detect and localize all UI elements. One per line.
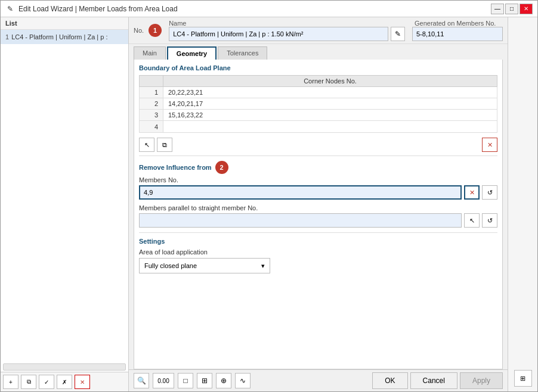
ok-button[interactable]: OK xyxy=(372,372,407,389)
settings-title: Settings xyxy=(139,238,497,245)
main-content: List 1 LC4 - Platform | Uniform | Za | p… xyxy=(1,17,537,391)
no-badge: 1 xyxy=(149,24,162,37)
generated-input[interactable] xyxy=(412,27,503,41)
list-item-num: 1 xyxy=(5,33,9,41)
row-val-4 xyxy=(163,121,497,133)
settings-section: Settings Area of load application Fully … xyxy=(139,238,497,273)
parallel-label: Members parallel to straight member No. xyxy=(139,204,497,211)
name-edit-button[interactable]: ✎ xyxy=(391,27,405,41)
generated-section: Generated on Members No. xyxy=(407,17,508,43)
remove-icon-button[interactable]: ✕ xyxy=(482,138,497,152)
remove-title: Remove Influence from 2 xyxy=(139,161,497,174)
tab-tolerances[interactable]: Tolerances xyxy=(218,46,267,60)
app-icon: ✎ xyxy=(5,4,15,14)
left-scroll-area xyxy=(1,44,128,362)
tab-geometry[interactable]: Geometry xyxy=(167,46,217,60)
maximize-button[interactable]: □ xyxy=(505,4,518,14)
area-label: Area of load application xyxy=(139,248,497,256)
row-num-2: 2 xyxy=(140,98,163,110)
bottom-toolbar: 🔍 0.00 □ ⊞ ⊕ ∿ OK Cancel Apply xyxy=(129,369,508,391)
row-val-2: 14,20,21,17 xyxy=(163,98,497,110)
members-input[interactable] xyxy=(139,185,462,200)
zoom-icon-button[interactable]: 🔍 xyxy=(134,373,149,388)
title-bar-left: ✎ Edit Load Wizard | Member Loads from A… xyxy=(5,4,178,14)
no-section: No. 1 xyxy=(129,17,166,43)
generated-label: Generated on Members No. xyxy=(412,20,503,27)
wave-icon-button[interactable]: ∿ xyxy=(235,373,251,388)
chevron-down-icon: ▾ xyxy=(261,262,265,270)
dropdown-value: Fully closed plane xyxy=(144,262,197,269)
table-row: 1 20,22,23,21 xyxy=(140,87,497,98)
tab-main[interactable]: Main xyxy=(134,46,166,60)
col-corner-header: Corner Nodes No. xyxy=(163,76,497,87)
cancel-button[interactable]: Cancel xyxy=(410,372,457,389)
right-panel: No. 1 Name ✎ Generated on Members No. xyxy=(129,17,508,391)
tabs-area: Main Geometry Tolerances xyxy=(129,44,508,60)
parallel-input[interactable] xyxy=(139,213,462,228)
remove-section: Remove Influence from 2 Members No. ✕ ↺ … xyxy=(139,161,497,228)
value-display[interactable]: 0.00 xyxy=(153,373,174,388)
grid-icon-button[interactable]: ⊞ xyxy=(197,373,212,388)
parallel-input-row: ↖ ↺ xyxy=(139,213,497,228)
cursor-icon-button[interactable]: ↖ xyxy=(139,138,154,152)
panel-body: Boundary of Area Load Plane Corner Nodes… xyxy=(134,60,503,369)
main-window: ✎ Edit Load Wizard | Member Loads from A… xyxy=(0,0,538,392)
table-row: 4 xyxy=(140,121,497,133)
name-section: Name ✎ xyxy=(166,17,407,43)
boundary-table: Corner Nodes No. 1 20,22,23,21 2 14,20,2… xyxy=(139,75,497,133)
icon-row: ↖ ⧉ ✕ xyxy=(139,138,497,152)
row-val-1: 20,22,23,21 xyxy=(163,87,497,98)
action-buttons: OK Cancel Apply xyxy=(372,372,503,389)
crosshair-icon-button[interactable]: ⊕ xyxy=(216,373,231,388)
check-button[interactable]: ✓ xyxy=(39,375,54,389)
add-button[interactable]: + xyxy=(3,375,18,389)
row-val-3: 15,16,23,22 xyxy=(163,110,497,121)
table-row: 3 15,16,23,22 xyxy=(140,110,497,121)
left-panel-footer: + ⧉ ✓ ✗ ✕ xyxy=(1,372,128,391)
name-input[interactable] xyxy=(169,27,388,41)
col-num-header xyxy=(140,76,163,87)
members-reset-icon[interactable]: ↺ xyxy=(482,185,497,200)
name-label: Name xyxy=(169,20,405,27)
members-cursor-icon[interactable]: ✕ xyxy=(464,185,480,200)
delete-button[interactable]: ✕ xyxy=(75,375,90,389)
divider-2 xyxy=(139,232,497,233)
divider xyxy=(139,155,497,156)
members-input-row: ✕ ↺ xyxy=(139,185,497,200)
area-dropdown[interactable]: Fully closed plane ▾ xyxy=(139,258,270,273)
list-item-label: LC4 - Platform | Uniform | Za | p : xyxy=(11,33,107,41)
uncheck-button[interactable]: ✗ xyxy=(57,375,72,389)
row-num-3: 3 xyxy=(140,110,163,121)
select-icon-button[interactable]: □ xyxy=(178,373,193,388)
row-num-1: 1 xyxy=(140,87,163,98)
apply-button[interactable]: Apply xyxy=(460,372,503,389)
close-button[interactable]: ✕ xyxy=(520,4,533,14)
parallel-reset-icon[interactable]: ↺ xyxy=(482,213,497,228)
horizontal-scrollbar[interactable] xyxy=(3,363,126,371)
left-panel: List 1 LC4 - Platform | Uniform | Za | p… xyxy=(1,17,129,391)
parallel-cursor-icon[interactable]: ↖ xyxy=(464,213,480,228)
remove-badge: 2 xyxy=(215,161,228,174)
no-label: No. xyxy=(134,27,144,34)
row-num-4: 4 xyxy=(140,121,163,133)
table-row: 2 14,20,21,17 xyxy=(140,98,497,110)
list-header: List xyxy=(1,17,128,30)
right-sidebar: ⊞ xyxy=(508,17,537,391)
top-section: No. 1 Name ✎ Generated on Members No. xyxy=(129,17,508,44)
members-no-label: Members No. xyxy=(139,176,497,183)
window-title: Edit Load Wizard | Member Loads from Are… xyxy=(18,5,178,13)
copy-icon-button[interactable]: ⧉ xyxy=(157,138,172,152)
list-item[interactable]: 1 LC4 - Platform | Uniform | Za | p : xyxy=(1,30,128,44)
sidebar-icon-btn-1[interactable]: ⊞ xyxy=(514,370,532,387)
copy-button[interactable]: ⧉ xyxy=(21,375,36,389)
minimize-button[interactable]: — xyxy=(491,4,504,14)
boundary-section-title: Boundary of Area Load Plane xyxy=(139,64,497,71)
title-bar: ✎ Edit Load Wizard | Member Loads from A… xyxy=(1,1,537,17)
title-bar-controls: — □ ✕ xyxy=(491,4,533,14)
